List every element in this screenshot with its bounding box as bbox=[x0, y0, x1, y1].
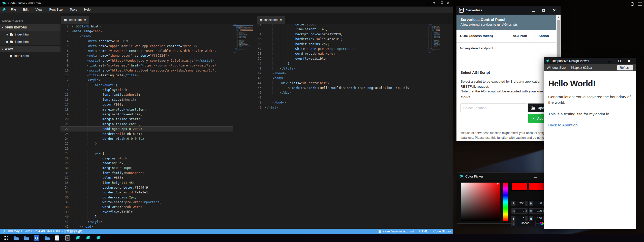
folder-icon[interactable] bbox=[44, 235, 50, 241]
code-line[interactable]: 23 border:solid #b1b1b1; bbox=[60, 131, 233, 136]
code-line[interactable]: 1<!DOCTYPE html> bbox=[60, 24, 233, 29]
code-line[interactable]: 39 overflow:visible bbox=[253, 56, 428, 61]
code-line[interactable]: 12 <style> bbox=[60, 78, 233, 82]
code-line[interactable]: 36 border-radius:2px; bbox=[60, 195, 233, 200]
tab-index-html[interactable]: index.html ✖ bbox=[61, 16, 89, 24]
hue-slider[interactable] bbox=[503, 183, 508, 221]
code-line[interactable]: 7 <meta name="theme-color" content="#ff9… bbox=[60, 53, 233, 58]
code-line[interactable]: 28 display:block; bbox=[60, 156, 233, 161]
code-line[interactable]: 36 border-radius:2px; bbox=[253, 42, 428, 46]
close-icon[interactable]: ✖ bbox=[280, 19, 282, 21]
code-line[interactable]: 40 } bbox=[60, 214, 233, 219]
close-icon[interactable]: ✖ bbox=[6, 33, 8, 36]
code-line[interactable]: 24 border-width:0 0 0 5px bbox=[60, 136, 233, 141]
folder-icon[interactable] bbox=[13, 235, 19, 241]
menu-help[interactable]: Help bbox=[81, 7, 94, 13]
sidebar-item-index-html[interactable]: ✖ index.html bbox=[0, 38, 60, 45]
menu-file[interactable]: File bbox=[7, 7, 19, 13]
saturation-value-field[interactable] bbox=[461, 183, 500, 221]
code-line[interactable]: 40 } bbox=[253, 61, 428, 66]
code-line[interactable]: 47 bbox=[253, 95, 428, 100]
code-line[interactable]: 38 word-wrap:break-word; bbox=[60, 204, 233, 209]
code-line[interactable]: 48 </body> bbox=[253, 100, 428, 105]
code-line[interactable]: 42 </head> bbox=[253, 71, 428, 76]
code-line[interactable]: 16 font-size:inherit; bbox=[60, 97, 233, 102]
brightness-field[interactable]: B100▲▼ bbox=[529, 216, 545, 221]
code-line[interactable]: 30 margin:0 0 10px; bbox=[60, 165, 233, 170]
code-line[interactable]: 18 margin-block-start:1em; bbox=[60, 107, 233, 112]
close-icon[interactable]: ✖ bbox=[84, 19, 86, 21]
code-line[interactable]: 35 border:1px solid #e1e1e1; bbox=[253, 37, 428, 41]
back-to-aprintlab-link[interactable]: Back to Aprintlab bbox=[548, 123, 577, 127]
code-line[interactable]: 25 } bbox=[60, 141, 233, 146]
code-line[interactable]: 4 <meta charset="UTF-8"> bbox=[60, 39, 233, 43]
code-line[interactable]: 5 <meta name="apple-mobile-web-app-capab… bbox=[60, 44, 233, 48]
code-line[interactable]: 32 color:#666; bbox=[253, 24, 428, 27]
red-field[interactable]: R255▲▼ bbox=[511, 201, 528, 206]
code-line[interactable]: 29 padding:8px; bbox=[60, 161, 233, 165]
hue-field[interactable]: H0▲▼ bbox=[529, 201, 545, 206]
code-line[interactable]: 43 <body> bbox=[253, 76, 428, 80]
menu-font-size[interactable]: Font Size bbox=[46, 7, 66, 13]
code-line[interactable]: 19 margin-block-end:1em; bbox=[60, 112, 233, 117]
status-language[interactable]: HTML bbox=[419, 230, 428, 233]
code-line[interactable]: 8 <script src="https://code.jquery.com/j… bbox=[60, 58, 233, 63]
sync-arrows-icon[interactable]: ⇄ bbox=[3, 229, 5, 233]
sidebar-section-open-editors[interactable]: ▾ OPEN EDITORS bbox=[0, 24, 60, 31]
code-editor[interactable]: 1<!DOCTYPE html>2<html lang="en">3 <head… bbox=[60, 24, 233, 229]
code-line[interactable]: 35 border:1px solid #e1e1e1; bbox=[60, 190, 233, 195]
color-wheel-icon[interactable] bbox=[540, 222, 544, 225]
code-line[interactable]: 41 </style> bbox=[60, 219, 233, 224]
code-line[interactable]: 33 line-height:1.45; bbox=[60, 180, 233, 185]
minimize-button[interactable] bbox=[423, 2, 433, 5]
code-line[interactable]: 3 <head> bbox=[60, 34, 233, 39]
loading-spinner-icon[interactable] bbox=[631, 2, 634, 6]
sidebar-item-index-html[interactable]: ✖ index.html bbox=[0, 31, 60, 38]
close-button[interactable]: ✕ bbox=[443, 2, 453, 5]
menu-tools[interactable]: Tools bbox=[66, 7, 80, 13]
sidebar-section-www[interactable]: ▾ WWW bbox=[0, 45, 60, 52]
green-field[interactable]: G0▲▼ bbox=[511, 208, 528, 214]
code-studio-icon[interactable] bbox=[75, 235, 81, 241]
code-line[interactable]: 34 background-color:#f9f9f9; bbox=[253, 32, 428, 37]
code-line[interactable]: 37 white-space:pre-wrap!important; bbox=[60, 200, 233, 204]
close-button[interactable]: ✕ bbox=[549, 8, 560, 12]
blue-field[interactable]: B0▲▼ bbox=[511, 216, 528, 221]
code-line[interactable]: 39 overflow:visible bbox=[60, 210, 233, 214]
title-bar[interactable]: Color Picker bbox=[457, 173, 547, 180]
apps-grid-icon[interactable] bbox=[3, 235, 9, 241]
code-line[interactable]: 2<html lang="en"> bbox=[60, 29, 233, 33]
scroll-up-icon[interactable]: ▲ bbox=[556, 15, 561, 18]
code-line[interactable]: 15 font-family:inherit; bbox=[60, 92, 233, 97]
sv-selector[interactable] bbox=[497, 183, 499, 185]
saturation-field[interactable]: S100▲▼ bbox=[529, 208, 545, 214]
document-icon[interactable] bbox=[54, 235, 60, 241]
code-line[interactable]: 13 blockquote { bbox=[60, 83, 233, 87]
maximize-button[interactable] bbox=[615, 59, 624, 63]
code-line[interactable]: 17 color:#999; bbox=[60, 102, 233, 107]
status-app-name[interactable]: Code Studio bbox=[433, 230, 451, 233]
hex-field[interactable]: #ff0000 bbox=[511, 221, 536, 226]
menu-icon[interactable] bbox=[638, 2, 642, 6]
code-editor[interactable]: 32 color:#666;33 line-height:1.45;34 bac… bbox=[253, 24, 428, 229]
code-studio-icon[interactable] bbox=[96, 235, 102, 241]
code-studio-icon[interactable] bbox=[85, 235, 91, 241]
sidebar-item-index-html[interactable]: index.html bbox=[0, 52, 60, 59]
minimap[interactable]: <!DOCTYPE html><html lang="en"> <head> <… bbox=[428, 24, 440, 229]
code-line[interactable]: 21 margin-inline-end:0; bbox=[60, 122, 233, 126]
close-icon[interactable]: ✖ bbox=[6, 41, 8, 43]
menu-view[interactable]: View bbox=[32, 7, 46, 13]
minimize-button[interactable] bbox=[605, 59, 615, 63]
code-line[interactable]: 44 <div class="ui container"> bbox=[253, 81, 428, 85]
title-bar[interactable]: Ʊ Serverless ✕ bbox=[456, 6, 561, 15]
tab-index-html[interactable]: index.html ✖ bbox=[257, 16, 285, 24]
code-line[interactable]: 6 <meta name="viewport" content="user-sc… bbox=[60, 48, 233, 53]
code-line[interactable]: 32 color:#666; bbox=[60, 175, 233, 180]
code-line[interactable]: 41 </style> bbox=[253, 66, 428, 71]
code-line[interactable]: 45 <h1><br></h1><h1>Hello World!<br></h1… bbox=[253, 85, 428, 90]
code-line[interactable]: 10 <script src="https://cdnjs.cloudflare… bbox=[60, 68, 233, 73]
code-line[interactable]: 42 </head> bbox=[60, 224, 233, 229]
code-line[interactable]: 46 </div> bbox=[253, 90, 428, 95]
status-file-path[interactable]: store:/www/index.html bbox=[383, 230, 414, 233]
minimize-button[interactable] bbox=[528, 8, 538, 13]
